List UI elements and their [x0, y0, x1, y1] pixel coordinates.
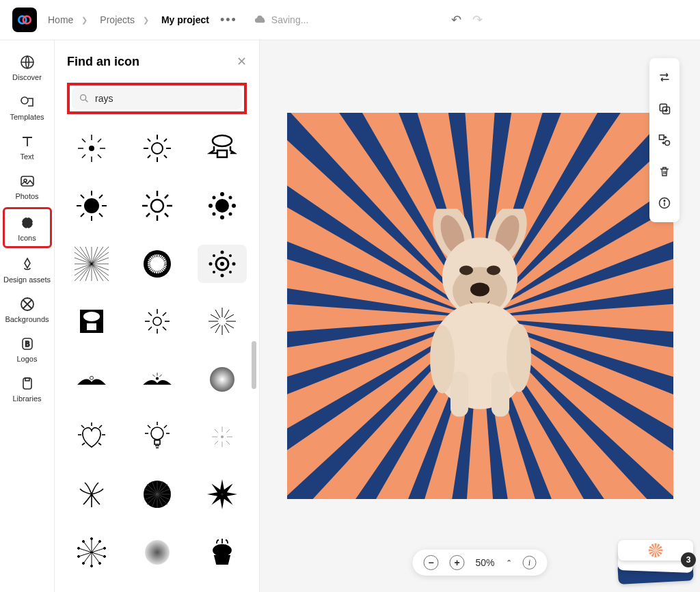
- close-panel-button[interactable]: ✕: [237, 54, 247, 69]
- svg-line-45: [99, 195, 103, 198]
- icon-grid-scrollbar[interactable]: [252, 341, 256, 389]
- icon-result[interactable]: [133, 533, 182, 571]
- svg-line-124: [215, 310, 220, 318]
- svg-rect-15: [25, 378, 29, 381]
- icon-result[interactable]: [198, 245, 247, 283]
- icon-search-input[interactable]: [95, 93, 235, 104]
- svg-point-93: [221, 250, 224, 254]
- svg-point-63: [229, 196, 232, 200]
- canvas-info-button[interactable]: i: [523, 556, 537, 569]
- svg-point-60: [213, 196, 216, 200]
- svg-line-44: [81, 213, 84, 217]
- rail-libraries[interactable]: Libraries: [3, 370, 52, 407]
- svg-line-115: [226, 314, 234, 319]
- svg-point-233: [430, 325, 455, 393]
- zoom-in-button[interactable]: +: [449, 555, 464, 570]
- icon-results-grid: [67, 129, 247, 592]
- svg-point-187: [83, 562, 85, 564]
- icon-result[interactable]: [198, 475, 247, 513]
- replace-button[interactable]: [654, 126, 675, 154]
- rail-backgrounds[interactable]: Backgrounds: [3, 291, 52, 327]
- icon-result[interactable]: [67, 129, 116, 167]
- swap-horizontal-button[interactable]: [654, 64, 675, 91]
- rail-design-assets[interactable]: Design assets: [3, 251, 52, 288]
- svg-point-37: [84, 198, 99, 213]
- save-status: Saving...: [254, 14, 308, 25]
- canvas-area[interactable]: − + 50% ⌃ i 3: [260, 40, 700, 592]
- svg-point-62: [213, 213, 216, 216]
- icon-result[interactable]: [133, 129, 182, 167]
- svg-point-56: [220, 192, 224, 196]
- icon-result[interactable]: [67, 360, 116, 399]
- duplicate-button[interactable]: [654, 95, 675, 122]
- icon-result[interactable]: [133, 475, 182, 513]
- globe-icon: [19, 54, 36, 70]
- svg-point-152: [221, 435, 224, 438]
- breadcrumb-home[interactable]: Home: [48, 14, 73, 25]
- icons-icon: [19, 215, 36, 231]
- svg-line-87: [75, 252, 92, 264]
- icon-result[interactable]: [133, 418, 182, 456]
- icon-result[interactable]: [67, 533, 116, 571]
- undo-button[interactable]: ↶: [451, 12, 461, 27]
- icon-result[interactable]: [133, 302, 182, 340]
- rail-discover[interactable]: Discover: [3, 49, 52, 85]
- svg-point-126: [155, 377, 158, 380]
- icon-result[interactable]: [133, 187, 182, 225]
- icon-result[interactable]: [67, 475, 116, 513]
- rail-text[interactable]: Text: [3, 128, 52, 165]
- svg-text:B: B: [25, 340, 29, 348]
- svg-rect-232: [492, 371, 509, 416]
- icon-result[interactable]: [67, 245, 116, 283]
- breadcrumb-projects[interactable]: Projects: [100, 14, 135, 25]
- breadcrumb-current[interactable]: My project: [161, 14, 209, 25]
- artboard[interactable]: [287, 113, 673, 499]
- rail-photos[interactable]: Photos: [3, 167, 52, 204]
- svg-line-84: [75, 264, 92, 270]
- dog-image[interactable]: [401, 208, 558, 420]
- icon-result[interactable]: [133, 360, 182, 399]
- zoom-out-button[interactable]: −: [423, 555, 438, 570]
- svg-point-94: [221, 273, 224, 277]
- rail-label: Design assets: [3, 275, 51, 284]
- svg-line-109: [148, 312, 152, 316]
- icon-result[interactable]: [67, 418, 116, 456]
- svg-line-35: [164, 139, 167, 142]
- svg-line-54: [165, 195, 168, 198]
- svg-line-133: [99, 425, 102, 428]
- rail-icons[interactable]: Icons: [3, 207, 52, 248]
- libraries-icon: [19, 375, 36, 392]
- zoom-level: 50%: [475, 557, 494, 568]
- icon-result[interactable]: [198, 360, 247, 399]
- icon-result[interactable]: [198, 302, 247, 340]
- svg-point-92: [220, 262, 224, 266]
- layer-count-badge: 3: [681, 552, 696, 567]
- svg-line-120: [215, 325, 220, 333]
- svg-line-121: [211, 323, 219, 328]
- icon-result[interactable]: [198, 129, 247, 167]
- svg-rect-14: [23, 378, 31, 389]
- icon-result[interactable]: [133, 245, 182, 283]
- more-menu-button[interactable]: •••: [220, 13, 237, 27]
- zoom-menu-chevron[interactable]: ⌃: [506, 559, 512, 567]
- svg-point-95: [209, 262, 213, 265]
- svg-line-140: [148, 425, 150, 428]
- svg-line-64: [75, 247, 92, 264]
- info-button[interactable]: [654, 189, 675, 217]
- app-logo[interactable]: [12, 8, 37, 32]
- svg-point-188: [78, 555, 80, 557]
- icon-result[interactable]: [67, 302, 116, 340]
- delete-button[interactable]: [654, 158, 675, 185]
- icon-result[interactable]: [198, 418, 247, 456]
- svg-line-128: [152, 375, 154, 377]
- icon-result[interactable]: [67, 187, 116, 225]
- svg-point-186: [91, 565, 93, 567]
- icon-result[interactable]: [198, 187, 247, 225]
- svg-point-59: [232, 204, 236, 208]
- svg-line-66: [85, 247, 92, 264]
- icon-result[interactable]: [198, 533, 247, 571]
- search-highlight: [67, 83, 247, 114]
- rail-logos[interactable]: B Logos: [3, 330, 52, 367]
- rail-templates[interactable]: Templates: [3, 88, 52, 125]
- rail-label: Photos: [15, 192, 38, 200]
